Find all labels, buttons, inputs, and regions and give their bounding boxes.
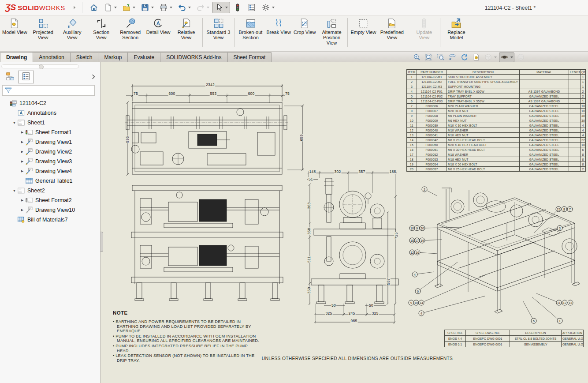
dropdown-caret-icon[interactable]: [494, 56, 497, 58]
ribbon-button-replace-model[interactable]: Replace Model: [442, 17, 471, 41]
ribbon-button-crop-view[interactable]: Crop View: [292, 17, 317, 35]
3d-drawing-view-button[interactable]: [471, 53, 482, 62]
display-pane-tab[interactable]: [18, 71, 34, 83]
item-balloon[interactable]: 5: [531, 318, 537, 324]
tree-item-drawing-view3[interactable]: ▶Drawing View3: [0, 157, 100, 166]
item-balloon[interactable]: 1: [557, 318, 563, 324]
feature-tree-tab[interactable]: [2, 71, 18, 83]
dropdown-caret-icon[interactable]: [151, 7, 154, 8]
general-tolerance-note[interactable]: UNLESS OTHERWISE SPECIFIED ALL DIMENSION…: [259, 356, 455, 361]
item-balloon[interactable]: 6: [415, 289, 421, 294]
panel-scrollbar[interactable]: [1, 64, 79, 68]
dimension-label[interactable]: 985: [350, 319, 358, 323]
item-balloon[interactable]: 20: [420, 225, 425, 231]
ribbon-button-standard-3-view[interactable]: Standard 3 View: [204, 17, 233, 41]
ribbon-button-alternate-position-view[interactable]: Alternate Position View: [317, 17, 346, 46]
hide-show-items-button[interactable]: [499, 53, 514, 62]
spec-table[interactable]: SPEC. NO.SPEC. DWG. NO.DESCRIPTIONAPPLIC…: [444, 330, 584, 347]
design-checker-button[interactable]: [245, 2, 258, 13]
panel-expand-chevron-icon[interactable]: [90, 74, 97, 80]
ribbon-button-removed-section[interactable]: Removed Section: [116, 17, 145, 41]
home-button[interactable]: [87, 2, 100, 13]
expander-open-icon[interactable]: ▼: [11, 121, 17, 124]
tree-item-drawing-view1[interactable]: ▶Drawing View1: [0, 137, 100, 147]
dimension-label[interactable]: 600: [248, 91, 255, 96]
undo-button[interactable]: [175, 2, 193, 13]
tree-item-annotations[interactable]: Annotations: [0, 108, 100, 118]
panel-splitter-grip[interactable]: [100, 232, 103, 252]
expander-closed-icon[interactable]: ▶: [19, 199, 25, 202]
item-balloon[interactable]: 12: [562, 300, 568, 306]
ribbon-button-model-view[interactable]: Model View: [1, 17, 29, 35]
dropdown-caret-icon[interactable]: [170, 7, 172, 8]
tree-filter-input[interactable]: [2, 85, 95, 96]
item-balloon[interactable]: 7: [567, 207, 573, 212]
ribbon-button-predefined-view[interactable]: Predefined View: [377, 17, 406, 41]
ribbon-button-broken-out-section[interactable]: Broken-out Section: [236, 17, 265, 41]
dimension-label[interactable]: 75: [285, 91, 290, 96]
tree-item-drawing-view2[interactable]: ▶Drawing View2: [0, 147, 100, 157]
previous-view-button[interactable]: [447, 53, 458, 62]
dimension-label[interactable]: 188: [389, 169, 397, 174]
dimension-label[interactable]: 50: [368, 303, 374, 308]
dimension-label[interactable]: 75: [133, 91, 138, 96]
open-document-button[interactable]: [120, 2, 138, 13]
tree-item-general-table1[interactable]: General Table1: [0, 176, 100, 186]
tree-item-drawing-view4[interactable]: ▶Drawing View4: [0, 166, 100, 176]
item-balloon[interactable]: 4: [419, 311, 424, 316]
item-balloon[interactable]: 14: [419, 300, 424, 306]
tab-sketch[interactable]: Sketch: [70, 52, 99, 62]
tab-annotation[interactable]: Annotation: [33, 52, 70, 62]
drawing-note[interactable]: NOTE EARTHING AND POWER REQUIREMENTS TO …: [113, 310, 261, 363]
dimension-label[interactable]: 245: [348, 311, 356, 315]
dimension-label[interactable]: 600: [168, 91, 176, 96]
expander-closed-icon[interactable]: ▶: [19, 131, 25, 134]
dropdown-caret-icon[interactable]: [133, 7, 135, 8]
item-balloon[interactable]: 19: [420, 238, 425, 244]
expander-closed-icon[interactable]: ▶: [19, 160, 25, 163]
dimension-label[interactable]: 325: [372, 311, 379, 315]
tree-item-sheet1[interactable]: ▼Sheet1: [0, 118, 100, 128]
dropdown-caret-icon[interactable]: [272, 7, 275, 8]
options-button[interactable]: [259, 2, 277, 13]
print-button[interactable]: [157, 2, 175, 13]
drawing-sheet[interactable]: 2342756005536007599565914830235718851368…: [100, 62, 588, 383]
dimension-label[interactable]: 659: [299, 134, 304, 142]
item-balloon[interactable]: 13: [568, 300, 573, 306]
tree-item-sheet-format2[interactable]: ▶Sheet Format2: [0, 195, 100, 205]
select-button[interactable]: [212, 2, 230, 13]
ribbon-button-relative-view[interactable]: Relative View: [172, 17, 201, 41]
menu-expand-arrow-icon[interactable]: [71, 4, 78, 11]
dropdown-caret-icon[interactable]: [207, 7, 209, 8]
item-balloon[interactable]: 3: [557, 225, 563, 231]
dimension-label[interactable]: 358: [307, 228, 311, 235]
tree-item-sheet2[interactable]: ▼Sheet2: [0, 186, 100, 195]
dimension-label[interactable]: 511: [307, 256, 311, 263]
tree-item-sheet-format1[interactable]: ▶Sheet Format1: [0, 128, 100, 137]
dimension-label[interactable]: 357: [358, 169, 366, 174]
dropdown-caret-icon[interactable]: [188, 7, 191, 8]
tab-sheet-format[interactable]: Sheet Format: [227, 52, 272, 62]
dropdown-caret-icon[interactable]: [114, 7, 117, 8]
tree-item-121104-c2[interactable]: 121104-C2: [0, 98, 100, 108]
dimension-label[interactable]: 325: [325, 311, 333, 315]
zoom-button[interactable]: [411, 53, 422, 62]
ribbon-button-projected-view[interactable]: Projected View: [29, 17, 58, 41]
expander-closed-icon[interactable]: ▶: [19, 140, 25, 144]
dimension-label[interactable]: 587: [386, 278, 391, 285]
dimension-label[interactable]: 995: [125, 136, 130, 143]
dimension-label[interactable]: 350: [307, 287, 311, 294]
dimension-label[interactable]: 2342: [205, 83, 215, 87]
redraw-button[interactable]: [459, 53, 470, 62]
item-balloon[interactable]: 8: [562, 207, 567, 212]
dimension-label[interactable]: 553: [210, 91, 217, 96]
tab-drawing[interactable]: Drawing: [0, 52, 33, 62]
dimension-label[interactable]: 725: [394, 232, 398, 240]
dimension-label[interactable]: 148: [309, 169, 316, 174]
expander-closed-icon[interactable]: ▶: [19, 150, 25, 154]
tree-item-bill-of-materials7[interactable]: Bill of Materials7: [0, 215, 100, 225]
bill-of-materials-table[interactable]: ITEMPART NUMBERDESCRIPTIONMATERIALLENGTH…: [406, 69, 586, 172]
new-document-button[interactable]: [101, 2, 119, 13]
ribbon-button-detail-view[interactable]: Detail View: [145, 17, 172, 35]
ribbon-button-empty-view[interactable]: Empty View: [349, 17, 377, 35]
